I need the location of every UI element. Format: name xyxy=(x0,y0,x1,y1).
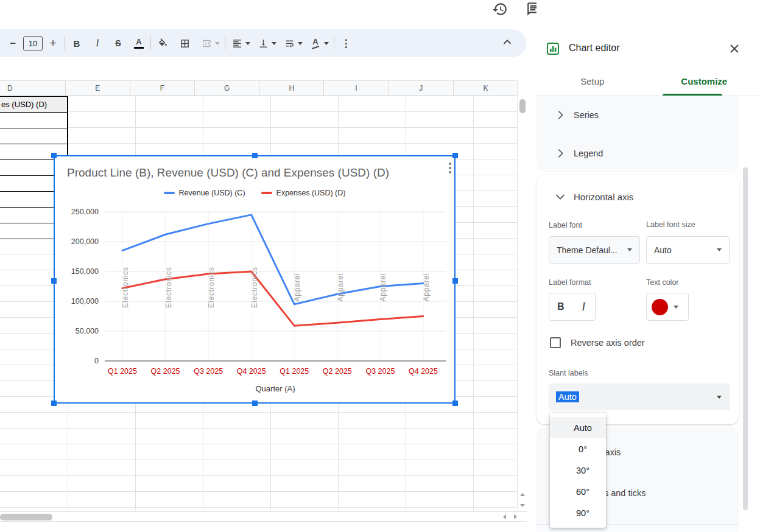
slant-labels-select[interactable]: Auto xyxy=(549,383,730,410)
table-header-cell[interactable]: es (USD) (D) xyxy=(0,97,67,113)
svg-text:Electronics: Electronics xyxy=(121,267,130,308)
chart-handle-sw[interactable] xyxy=(51,401,57,406)
text-wrap-button[interactable] xyxy=(281,35,297,51)
svg-text:Quarter (A): Quarter (A) xyxy=(255,384,295,393)
scroll-down-arrow[interactable] xyxy=(520,504,525,507)
column-header-I[interactable]: I xyxy=(324,81,389,96)
horizontal-align-caret[interactable] xyxy=(245,42,250,45)
text-color-label: Text color xyxy=(646,278,679,287)
svg-text:150,000: 150,000 xyxy=(71,267,99,276)
column-header-H[interactable]: H xyxy=(259,81,324,96)
label-font-label: Label font xyxy=(549,221,582,229)
svg-text:Q1 2025: Q1 2025 xyxy=(108,367,137,376)
text-color-swatch xyxy=(652,299,668,315)
collapse-toolbar-icon[interactable] xyxy=(501,35,514,51)
menu-option-90deg[interactable]: 90° xyxy=(550,502,606,523)
tab-setup[interactable]: Setup xyxy=(537,70,649,95)
font-size-input[interactable]: 10 xyxy=(23,36,43,51)
panel-scrollbar-thumb[interactable] xyxy=(743,167,748,510)
chart-handle-nw[interactable] xyxy=(51,153,57,158)
horizontal-scrollbar[interactable] xyxy=(0,511,527,522)
section-series[interactable]: Series xyxy=(537,96,739,134)
reverse-axis-row[interactable]: Reverse axis order xyxy=(550,337,645,348)
horizontal-axis-header[interactable]: Horizontal axis xyxy=(537,184,739,209)
scroll-up-arrow[interactable] xyxy=(520,493,525,496)
chart-handle-ne[interactable] xyxy=(452,153,458,158)
svg-text:250,000: 250,000 xyxy=(71,208,99,216)
horizontal-align-button[interactable] xyxy=(229,35,245,51)
toolbar-divider xyxy=(65,37,65,50)
slant-labels-label: Slant labels xyxy=(549,369,588,377)
close-icon[interactable] xyxy=(727,41,742,56)
strikethrough-button[interactable]: S xyxy=(110,35,126,51)
svg-text:0: 0 xyxy=(94,357,99,365)
column-header-J[interactable]: J xyxy=(389,81,454,96)
column-header-G[interactable]: G xyxy=(195,81,259,96)
horizontal-scrollbar-thumb[interactable] xyxy=(0,514,52,520)
chart-handle-w[interactable] xyxy=(51,278,57,284)
svg-text:Q2 2025: Q2 2025 xyxy=(151,367,180,376)
merge-cells-button[interactable] xyxy=(199,35,214,51)
axis-italic-button[interactable]: I xyxy=(572,293,596,320)
italic-button[interactable]: I xyxy=(90,35,105,51)
chart-handle-se[interactable] xyxy=(452,401,458,406)
text-color-button[interactable]: A xyxy=(131,35,147,51)
slant-labels-value: Auto xyxy=(556,391,579,402)
section-horizontal-axis: Horizontal axis Label font Label font si… xyxy=(537,175,739,424)
svg-text:Q4 2025: Q4 2025 xyxy=(409,367,438,376)
menu-option-30deg[interactable]: 30° xyxy=(550,460,606,481)
svg-text:Q3 2025: Q3 2025 xyxy=(194,367,223,376)
table-row[interactable] xyxy=(0,128,67,144)
vertical-align-button[interactable] xyxy=(255,35,271,51)
scroll-right-arrow[interactable] xyxy=(514,514,517,519)
embedded-chart[interactable]: Product Line (B), Revenue (USD) (C) and … xyxy=(54,155,456,404)
panel-header: Chart editor xyxy=(537,34,760,63)
reverse-axis-label: Reverse axis order xyxy=(571,338,645,348)
chart-handle-s[interactable] xyxy=(252,401,258,406)
borders-button[interactable] xyxy=(177,35,192,51)
text-wrap-caret[interactable] xyxy=(298,42,303,45)
vertical-scrollbar-thumb[interactable] xyxy=(519,99,526,113)
decrease-font-size-button[interactable]: − xyxy=(5,35,21,51)
svg-text:Apparel: Apparel xyxy=(379,273,387,302)
menu-option-auto[interactable]: Auto xyxy=(550,417,606,438)
text-color-select[interactable] xyxy=(646,293,689,321)
column-header-E[interactable]: E xyxy=(66,81,130,96)
column-header-F[interactable]: F xyxy=(130,81,195,96)
svg-text:Electronics: Electronics xyxy=(164,267,173,308)
svg-text:Q2 2025: Q2 2025 xyxy=(323,367,352,376)
reverse-axis-checkbox[interactable] xyxy=(550,337,561,348)
chevron-down-icon xyxy=(554,190,567,203)
label-font-select[interactable]: Theme Defaul... xyxy=(549,236,640,264)
slant-labels-menu: Auto0°30°60°90° xyxy=(550,413,606,528)
bold-button[interactable]: B xyxy=(69,35,85,51)
scroll-left-arrow[interactable] xyxy=(503,514,506,519)
menu-option-0deg[interactable]: 0° xyxy=(550,438,606,460)
merge-cells-caret[interactable] xyxy=(215,42,220,45)
section-legend[interactable]: Legend xyxy=(537,134,739,172)
chart-handle-e[interactable] xyxy=(452,278,458,284)
toolbar-divider xyxy=(334,37,334,50)
spreadsheet-area: DEFGHIJK es (USD) (D) Product Line (B), … xyxy=(0,80,527,522)
column-header-D[interactable]: D xyxy=(0,81,66,96)
label-font-size-select[interactable]: Auto xyxy=(646,236,730,264)
axis-bold-button[interactable]: B xyxy=(549,293,572,320)
menu-option-60deg[interactable]: 60° xyxy=(550,481,606,502)
increase-font-size-button[interactable]: + xyxy=(45,35,61,51)
more-options-icon[interactable]: ⋮ xyxy=(338,35,354,51)
vertical-scrollbar[interactable] xyxy=(517,80,527,510)
svg-text:Apparel: Apparel xyxy=(293,273,301,302)
svg-text:Electronics: Electronics xyxy=(250,267,259,308)
version-history-icon[interactable] xyxy=(492,1,508,17)
table-row[interactable] xyxy=(0,113,67,128)
fill-color-button[interactable] xyxy=(155,35,171,51)
label-font-size-label: Label font size xyxy=(646,220,695,229)
column-header-K[interactable]: K xyxy=(454,81,518,96)
chart-handle-n[interactable] xyxy=(252,153,258,158)
text-rotation-caret[interactable] xyxy=(324,42,329,45)
vertical-align-caret[interactable] xyxy=(272,42,276,45)
chevron-right-icon xyxy=(554,147,567,160)
tab-customize[interactable]: Customize xyxy=(649,70,760,95)
svg-text:Q4 2025: Q4 2025 xyxy=(237,367,266,376)
text-rotation-button[interactable]: A xyxy=(308,35,323,51)
